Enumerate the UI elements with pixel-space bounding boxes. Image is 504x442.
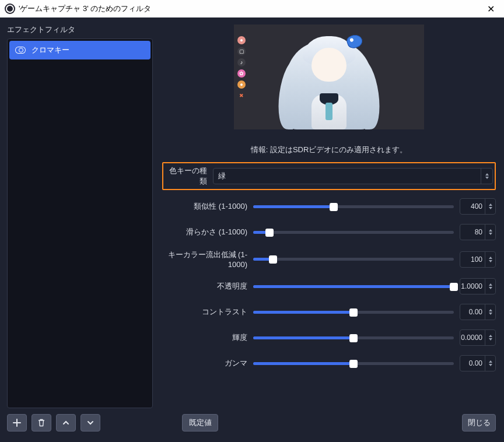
slider-label: 不透明度 [162, 281, 253, 292]
key-color-value: 緑 [218, 171, 226, 181]
slider-thumb[interactable] [269, 255, 277, 264]
move-down-button[interactable] [80, 414, 100, 432]
window-title: 'ゲームキャプチャ 3' のためのフィルタ [19, 3, 151, 14]
slider-thumb[interactable] [349, 334, 358, 342]
spinbox-stepper-icon[interactable] [485, 279, 495, 294]
slider-track[interactable] [253, 336, 454, 339]
slider-value: 100 [471, 255, 482, 264]
spinbox-stepper-icon[interactable] [485, 356, 495, 371]
status-chat-icon: ▢ [237, 47, 246, 55]
slider-thumb[interactable] [265, 229, 274, 237]
slider-value: 1.0000 [461, 282, 482, 290]
slider-row: 滑らかさ (1-1000)80 [162, 224, 496, 240]
slider-row: 不透明度1.0000 [162, 278, 496, 294]
slider-value: 400 [471, 202, 482, 211]
slider-value: 0.00 [469, 359, 482, 367]
defaults-button[interactable]: 既定値 [182, 414, 218, 432]
slider-label: 輝度 [162, 332, 253, 343]
visibility-eye-icon[interactable] [15, 47, 26, 54]
slider-track[interactable] [253, 311, 454, 314]
window-close-button[interactable]: ✕ [478, 0, 504, 17]
preview-status-icons: ● ▢ ♪ ✿ ● ✖ [237, 36, 246, 100]
bottom-toolbar: 既定値 閉じる [0, 408, 504, 432]
slider-label: 類似性 (1-1000) [162, 201, 253, 212]
close-button[interactable]: 閉じる [462, 414, 496, 432]
slider-value-spinbox[interactable]: 400 [460, 198, 496, 215]
chevron-down-icon [86, 419, 94, 427]
spinbox-stepper-icon[interactable] [485, 252, 495, 267]
info-text: 情報: 設定はSDRビデオにのみ適用されます。 [162, 134, 496, 162]
plus-icon [13, 419, 21, 427]
slider-track[interactable] [253, 258, 454, 261]
key-color-select[interactable]: 緑 [213, 168, 493, 184]
slider-track[interactable] [253, 231, 454, 234]
slider-value-spinbox[interactable]: 0.00 [460, 355, 496, 371]
slider-value-spinbox[interactable]: 0.00 [460, 304, 496, 320]
slider-value: 0.00 [469, 308, 482, 316]
status-sound-icon: ♪ [237, 58, 246, 66]
remove-filter-button[interactable] [32, 414, 51, 432]
spinbox-stepper-icon[interactable] [485, 224, 495, 240]
slider-row: 類似性 (1-1000)400 [162, 198, 496, 215]
slider-thumb[interactable] [450, 283, 458, 291]
preview-panel: ● ▢ ♪ ✿ ● ✖ [234, 24, 424, 129]
slider-value-spinbox[interactable]: 100 [460, 251, 496, 268]
status-dot-icon: ● [237, 36, 246, 44]
chevron-up-icon [62, 419, 70, 427]
slider-thumb[interactable] [330, 203, 338, 211]
slider-label: コントラスト [162, 307, 253, 317]
slider-value-spinbox[interactable]: 0.0000 [460, 329, 496, 346]
slider-track[interactable] [253, 362, 454, 365]
filter-list[interactable]: クロマキー [7, 38, 153, 408]
slider-row: ガンマ0.00 [162, 355, 496, 371]
spinbox-stepper-icon[interactable] [485, 304, 495, 320]
slider-value-spinbox[interactable]: 80 [460, 224, 496, 240]
slider-value: 80 [475, 228, 482, 236]
spinbox-stepper-icon[interactable] [485, 330, 495, 345]
slider-thumb[interactable] [349, 308, 358, 317]
obs-logo-icon [5, 3, 15, 14]
titlebar: 'ゲームキャプチャ 3' のためのフィルタ ✕ [0, 0, 504, 17]
slider-track[interactable] [253, 285, 454, 288]
select-spinner-icon[interactable] [481, 169, 492, 184]
slider-row: 輝度0.0000 [162, 329, 496, 346]
slider-value: 0.0000 [461, 334, 482, 342]
slider-row: キーカラー流出低減 (1-1000)100 [162, 250, 496, 269]
filter-item-label: クロマキー [32, 45, 69, 55]
slider-value-spinbox[interactable]: 1.0000 [460, 278, 496, 294]
slider-label: キーカラー流出低減 (1-1000) [162, 250, 253, 269]
key-color-row: 色キーの種類 緑 [162, 162, 496, 190]
trash-icon [37, 419, 46, 427]
filter-item-chromakey[interactable]: クロマキー [9, 41, 150, 59]
status-gear-icon: ✿ [237, 69, 246, 78]
move-up-button[interactable] [56, 414, 76, 432]
add-filter-button[interactable] [7, 414, 27, 432]
status-x-icon: ✖ [237, 92, 246, 100]
slider-label: ガンマ [162, 358, 253, 369]
slider-label: 滑らかさ (1-1000) [162, 227, 253, 237]
slider-thumb[interactable] [349, 360, 358, 368]
preview-avatar [279, 24, 379, 129]
status-warn-icon: ● [237, 80, 246, 89]
spinbox-stepper-icon[interactable] [485, 199, 495, 214]
slider-track[interactable] [253, 205, 454, 208]
slider-row: コントラスト0.00 [162, 304, 496, 320]
key-color-label: 色キーの種類 [165, 166, 213, 187]
sidebar-heading: エフェクトフィルタ [7, 24, 153, 35]
